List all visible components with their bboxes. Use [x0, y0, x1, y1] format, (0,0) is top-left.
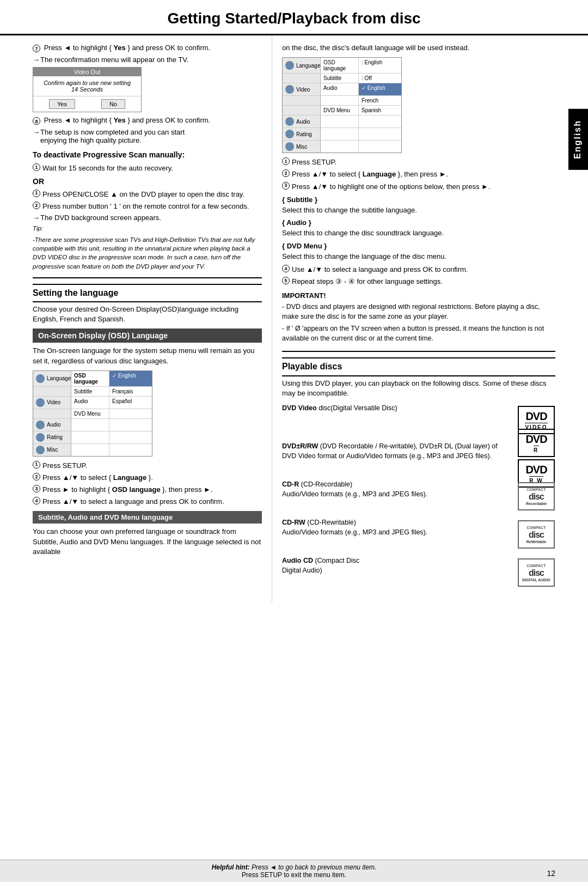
yes-button[interactable]: Yes [49, 99, 75, 109]
disc-row-cd-rw: CD-RW (CD-Rewritable)Audio/Video formats… [282, 518, 555, 551]
wait-step: 1 Wait for 15 seconds for the auto recov… [33, 163, 262, 173]
cd-r-suffix: (CD-Recordable)Audio/Video formats (e.g.… [282, 480, 427, 498]
disc-row-dvd-video: DVD Video disc(Digital Versatile Disc) D… [282, 404, 555, 436]
audio-cd-label: Audio CD [282, 557, 313, 564]
playable-discs-desc: Using this DVD player, you can playback … [282, 379, 555, 398]
page-number: 12 [547, 869, 555, 878]
sub-steps-cont: 4 Use ▲/▼ to select a language and press… [282, 265, 555, 287]
disc-row-cd-r: CD-R (CD-Recordable)Audio/Video formats … [282, 480, 555, 513]
helpful-hint-label: Helpful hint: [212, 863, 250, 871]
dvd-video-label: DVD Video [282, 404, 317, 412]
dvd-r-logo: DVD R DVD R W [517, 442, 555, 475]
footer-bar: Helpful hint: Press ◄ to go back to prev… [0, 860, 588, 882]
open-step: 1 Press OPEN/CLOSE ▲ on the DVD player t… [33, 190, 262, 199]
step8-arrow1: The setup is now completed and you can s… [33, 128, 262, 144]
osd-steps: 1 Press SETUP. 2 Press ▲/▼ to select { L… [33, 461, 262, 507]
side-tab: English [568, 109, 588, 170]
osd-lang-desc: The On-screen language for the system se… [33, 346, 262, 366]
dvdmenu-option-desc: Select this to change the language of th… [282, 252, 555, 261]
disc-row-dvd-r: DVD±R/RW (DVD Recordable / Re-writable),… [282, 442, 555, 475]
subtitle-header: Subtitle, Audio and DVD Menu language [33, 511, 262, 524]
dvd-bg-arrow: The DVD background screen appears. [33, 214, 262, 222]
page-title: Getting Started/Playback from disc [0, 0, 588, 35]
dvdmenu-option: { DVD Menu } [282, 241, 555, 251]
or-steps: 1 Press OPEN/CLOSE ▲ on the DVD player t… [33, 190, 262, 211]
or-label: OR [33, 177, 262, 187]
helpful-hint-text: Press ◄ to go back to previous menu item… [252, 863, 376, 871]
subtitle-desc: You can choose your own preferred langua… [33, 527, 262, 557]
video-out-title: Video Out [33, 68, 141, 76]
press-num-step: 2 Press number button ' 1 ' on the remot… [33, 202, 262, 211]
tip-label: Tip: [33, 224, 262, 233]
osd-menu-left: Language OSD language English Subtitle F… [33, 370, 152, 457]
tip-text: -There are some progressive scan TVs and… [33, 235, 262, 270]
setting-lang-title: Setting the language [33, 284, 262, 302]
audio-option: { Audio } [282, 218, 555, 228]
no-button[interactable]: No [101, 99, 125, 109]
video-out-body: Confirm again to use new setting14 Secon… [33, 76, 141, 96]
audio-cd-logo: COMPACT disc DIGITAL AUDIO [517, 556, 555, 589]
setting-lang-desc: Choose your desired On-Screen Display(OS… [33, 305, 262, 324]
subtitle-option: { Subtitle } [282, 195, 555, 205]
sub-step-2: 2 Press ▲/▼ to select { Language }, then… [282, 169, 555, 179]
subtitle-option-desc: Select this to change the subtitle langu… [282, 205, 555, 215]
important-title: IMPORTANT! [282, 291, 555, 301]
right-column: on the disc, the disc's default language… [272, 35, 588, 602]
disc-row-audio-cd: Audio CD (Compact DiscDigital Audio) COM… [282, 556, 555, 589]
sub-step-4: 4 Use ▲/▼ to select a language and press… [282, 265, 555, 275]
dvd-video-suffix: disc(Digital Versatile Disc) [317, 404, 397, 412]
left-column: 7 Press ◄ to highlight { Yes } and press… [0, 35, 272, 602]
deactivate-title: To deactivate Progressive Scan manually: [33, 150, 262, 161]
osd-step-2: 2 Press ▲/▼ to select { Language }. [33, 473, 262, 483]
sub-step-3: 3 Press ▲/▼ to highlight one of the opti… [282, 182, 555, 192]
subtitle-steps: 1 Press SETUP. 2 Press ▲/▼ to select { L… [282, 157, 555, 192]
cd-r-label: CD-R [282, 480, 299, 488]
cd-rw-label: CD-RW [282, 519, 305, 526]
helpful-hint-text2: Press SETUP to exit the menu item. [242, 871, 346, 879]
cd-r-logo: COMPACT disc Recordable [517, 480, 555, 513]
important-text1: - DVD discs and players are designed wit… [282, 302, 555, 321]
osd-lang-header: On-Screen Display (OSD) Language [33, 329, 262, 343]
osd-step-1: 1 Press SETUP. [33, 461, 262, 471]
important-text2: - If ' Ø 'appears on the TV screen when … [282, 324, 555, 343]
audio-option-desc: Select this to change the disc soundtrac… [282, 228, 555, 238]
osd-menu-right: Language OSD language : English Subtitle… [282, 57, 402, 153]
sub-step-1: 1 Press SETUP. [282, 157, 555, 167]
video-out-box: Video Out Confirm again to use new setti… [33, 67, 142, 112]
osd-step-4: 4 Press ▲/▼ to select a language and pre… [33, 497, 262, 507]
osd-step-3: 3 Press ► to highlight { OSD language },… [33, 485, 262, 495]
cd-rw-logo: COMPACT disc ReWritable [517, 518, 555, 551]
sub-step-5: 5 Repeat steps ③ - ④ for other language … [282, 277, 555, 287]
subtitle-cont: on the disc, the disc's default language… [282, 43, 555, 53]
playable-discs-title: Playable discs [282, 357, 555, 376]
step8-text: 8 Press ◄ to highlight { Yes } and press… [33, 115, 262, 125]
step7-text: 7 Press ◄ to highlight { Yes } and press… [33, 43, 262, 53]
dvd-r-label: DVD±R/RW [282, 442, 318, 450]
important-box: IMPORTANT! - DVD discs and players are d… [282, 291, 555, 343]
step7-arrow: The reconfirmation menu will appear on t… [33, 56, 262, 64]
deactivate-steps: 1 Wait for 15 seconds for the auto recov… [33, 163, 262, 173]
